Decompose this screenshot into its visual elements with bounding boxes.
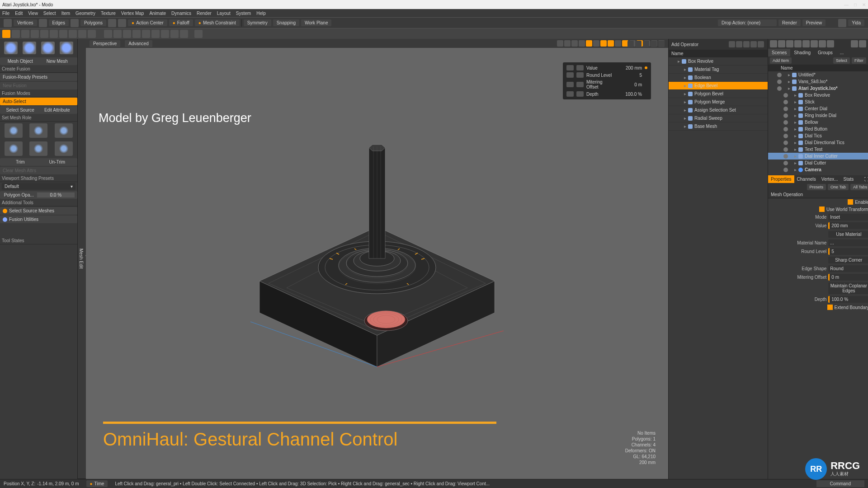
mesh-role-icon[interactable] bbox=[29, 141, 47, 156]
vp-icon[interactable] bbox=[615, 40, 621, 47]
mesh-role-icon[interactable] bbox=[55, 123, 73, 138]
tab-shading[interactable]: Shading bbox=[790, 49, 814, 56]
op-icon[interactable] bbox=[750, 41, 757, 47]
tool-icon[interactable] bbox=[69, 30, 77, 38]
all-tabs-button[interactable]: All Tabs bbox=[850, 184, 868, 190]
scene-tree-row[interactable]: ▸Dial Cutter bbox=[768, 160, 868, 166]
mesh-role-icon[interactable] bbox=[5, 141, 23, 156]
panel-expand-icon[interactable]: ⛶ bbox=[862, 175, 868, 183]
action-center-button[interactable]: Action Center bbox=[128, 19, 167, 26]
sphere-icon[interactable] bbox=[786, 40, 793, 47]
tool-states-header[interactable]: Tool States bbox=[0, 237, 77, 244]
op-icon[interactable] bbox=[736, 41, 742, 47]
vp-icon[interactable] bbox=[579, 40, 585, 47]
hud-icon[interactable] bbox=[566, 72, 574, 78]
scene-filter-button[interactable]: Filter bbox=[852, 57, 866, 64]
scene-tree-row[interactable]: ▸Box Revolve bbox=[768, 92, 868, 99]
presets-button[interactable]: Presets bbox=[807, 184, 826, 190]
scene-tree-row[interactable]: ▸Text Test bbox=[768, 146, 868, 153]
scene-tree-row[interactable]: ▸Center Dial bbox=[768, 105, 868, 112]
property-row[interactable]: Enable bbox=[768, 198, 868, 206]
menu-select[interactable]: Select bbox=[43, 11, 56, 16]
tool-icon[interactable] bbox=[40, 30, 48, 38]
vp-move-icon[interactable] bbox=[627, 41, 634, 47]
tab-scenes[interactable]: Scenes bbox=[768, 49, 790, 56]
hud-value[interactable]: 200 mm bbox=[615, 66, 642, 70]
menu-help[interactable]: Help bbox=[256, 11, 266, 16]
operator-row[interactable]: ▸Edge Bevel bbox=[669, 82, 768, 90]
scene-tree-row[interactable]: ▸Dial Tics bbox=[768, 132, 868, 139]
close-button[interactable]: ✕ bbox=[862, 2, 866, 7]
tool-icon[interactable] bbox=[161, 30, 169, 38]
scene-tree-row[interactable]: ▸Untitled* bbox=[768, 71, 868, 78]
shield-icon[interactable] bbox=[39, 19, 47, 27]
scene-tree-row[interactable]: ▸Vans_Sk8.lxo* bbox=[768, 78, 868, 85]
create-fusion-header[interactable]: Create Fusion bbox=[0, 66, 77, 73]
tab-channels[interactable]: Channels bbox=[794, 175, 819, 183]
mesh-icon[interactable] bbox=[60, 42, 73, 54]
work-plane-button[interactable]: Work Plane bbox=[301, 19, 332, 26]
vp-icon[interactable] bbox=[571, 40, 578, 47]
new-mesh-icon[interactable] bbox=[23, 42, 36, 54]
name-header[interactable]: Name bbox=[671, 51, 684, 56]
tool-icon[interactable] bbox=[2, 30, 10, 38]
sphere-icon[interactable] bbox=[827, 40, 834, 47]
vertices-mode[interactable]: Vertices bbox=[14, 19, 37, 26]
sphere-icon[interactable] bbox=[794, 40, 802, 47]
tool-icon[interactable] bbox=[12, 30, 20, 38]
property-row[interactable]: Mitering Offset0 m bbox=[768, 273, 868, 282]
hud-icon[interactable] bbox=[566, 65, 574, 70]
vp-icon[interactable] bbox=[557, 40, 563, 47]
drop-action-select[interactable]: Drop Action: (none) bbox=[718, 19, 777, 26]
op-icon[interactable] bbox=[758, 41, 764, 47]
vp-icon[interactable] bbox=[600, 40, 607, 47]
operator-row[interactable]: ▸Material Tag bbox=[669, 66, 768, 74]
operator-row[interactable]: ▸Polygon Bevel bbox=[669, 90, 768, 98]
tab-mesh-edit[interactable]: Mesh Edit bbox=[78, 39, 85, 479]
mesh-role-icon[interactable] bbox=[29, 123, 47, 138]
tool-icon[interactable] bbox=[170, 30, 179, 38]
property-row[interactable]: Round Level5 bbox=[768, 247, 868, 256]
mesh-icon[interactable] bbox=[41, 42, 55, 54]
scene-tree-row[interactable]: ▸Bellow bbox=[768, 119, 868, 126]
menu-file[interactable]: File bbox=[2, 11, 9, 16]
property-row[interactable]: Sharp Corner bbox=[768, 256, 868, 264]
property-row[interactable]: Material Name... bbox=[768, 239, 868, 247]
menu-view[interactable]: View bbox=[28, 11, 38, 16]
menu-layout[interactable]: Layout bbox=[217, 11, 231, 16]
tool-icon[interactable] bbox=[142, 30, 150, 38]
scene-tree-row[interactable]: ▸Ring Inside Dial bbox=[768, 112, 868, 119]
menu-vertexmap[interactable]: Vertex Map bbox=[121, 11, 144, 16]
yida-button[interactable]: Yida bbox=[848, 19, 864, 26]
op-icon[interactable] bbox=[743, 41, 750, 47]
shield-icon[interactable] bbox=[71, 19, 79, 27]
tool-icon[interactable] bbox=[88, 30, 96, 38]
minimize-button[interactable]: — bbox=[844, 2, 849, 7]
command-input[interactable]: Command bbox=[816, 480, 864, 487]
panel-icon[interactable] bbox=[859, 40, 866, 47]
hud-value[interactable]: 0 m bbox=[615, 82, 642, 87]
sphere-icon[interactable] bbox=[811, 40, 818, 47]
shading-presets-header[interactable]: Viewport Shading Presets bbox=[0, 175, 77, 182]
tool-icon[interactable] bbox=[123, 30, 131, 38]
hud-icon[interactable] bbox=[576, 91, 584, 97]
operator-row[interactable]: ▸Radial Sweep bbox=[669, 114, 768, 122]
scene-tree-row[interactable]: ▸Dial Inner Cutter bbox=[768, 153, 868, 160]
falloff-button[interactable]: Falloff bbox=[169, 19, 193, 26]
scene-tree-row[interactable]: ▸Atari Joystick.lxo* bbox=[768, 85, 868, 92]
tool-icon[interactable] bbox=[194, 30, 203, 38]
tab-stats[interactable]: Stats bbox=[841, 175, 857, 183]
tool-icon[interactable] bbox=[151, 30, 160, 38]
trim-button[interactable]: Trim bbox=[3, 160, 38, 164]
fusion-utilities-button[interactable]: Fusion Utilities bbox=[0, 216, 77, 223]
vp-max-icon[interactable] bbox=[658, 41, 665, 47]
shield-icon[interactable] bbox=[4, 19, 12, 27]
property-row[interactable]: Depth100.0 % bbox=[768, 295, 868, 304]
time-button[interactable]: Time bbox=[94, 481, 104, 486]
link-icon[interactable] bbox=[118, 19, 126, 27]
vp-icon[interactable] bbox=[593, 40, 599, 47]
snapping-button[interactable]: Snapping bbox=[273, 19, 299, 26]
scene-tree-row[interactable]: ▸Camera bbox=[768, 166, 868, 173]
polygon-opacity-value[interactable]: 0.0 % bbox=[37, 192, 75, 197]
name-column-header[interactable]: Name bbox=[781, 66, 793, 70]
